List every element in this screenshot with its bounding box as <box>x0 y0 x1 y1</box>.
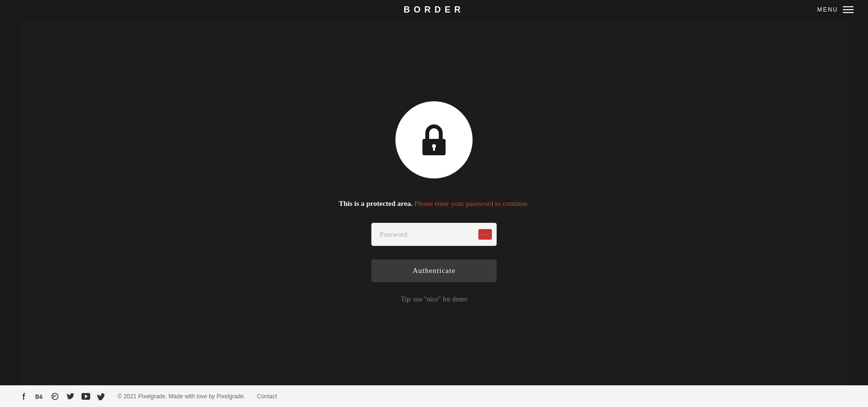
auth-container: This is a protected area. Please enter y… <box>339 101 529 303</box>
lock-icon-circle <box>395 101 473 178</box>
password-dots-icon: ··· <box>482 232 488 237</box>
youtube-icon[interactable] <box>81 392 91 401</box>
dribble-icon[interactable] <box>50 392 60 401</box>
svg-text:Bē: Bē <box>35 393 43 399</box>
protected-area-text: This is a protected area. Please enter y… <box>339 198 529 209</box>
main-content: This is a protected area. Please enter y… <box>19 19 849 385</box>
footer-contact-link[interactable]: Contact <box>257 393 277 400</box>
tip-text: Tip: use "nice" for demo <box>401 296 467 303</box>
header: BORDER MENU <box>0 0 868 19</box>
svg-point-4 <box>52 393 58 399</box>
twitter-icon[interactable] <box>66 392 75 401</box>
menu-label: MENU <box>817 6 838 13</box>
protected-instruction-text: Please enter your password to continue. <box>413 200 529 207</box>
footer-copyright: © 2021 Pixelgrade. Made with love by Pix… <box>118 393 245 400</box>
footer-social-icons: Bē <box>19 392 106 401</box>
authenticate-button[interactable]: Authenticate <box>371 259 497 282</box>
svg-rect-2 <box>433 147 435 151</box>
behance-icon[interactable]: Bē <box>35 392 44 401</box>
menu-button[interactable]: MENU <box>817 6 854 13</box>
password-toggle-button[interactable]: ··· <box>478 229 492 240</box>
lock-icon <box>415 121 453 159</box>
facebook-icon[interactable] <box>19 392 29 401</box>
protected-bold-text: This is a protected area. <box>339 200 412 207</box>
password-input[interactable] <box>371 223 497 246</box>
vimeo-icon[interactable] <box>96 392 106 401</box>
site-logo: BORDER <box>404 5 464 15</box>
password-input-container: ··· <box>371 223 497 246</box>
footer: Bē © 2021 Pixelgrade. Made with love by … <box>0 385 868 407</box>
hamburger-icon <box>843 6 854 13</box>
